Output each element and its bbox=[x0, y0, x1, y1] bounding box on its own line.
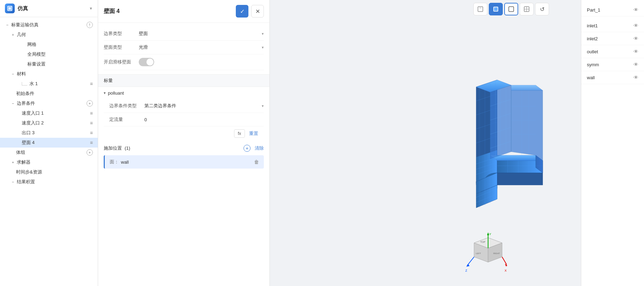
wall-type-row: 壁面类型 光滑 ▾ bbox=[104, 41, 264, 54]
label-inlet2: inlet2 bbox=[587, 36, 633, 41]
label-time-resource: 时间步&资源 bbox=[16, 169, 93, 175]
label-body-group: 体组 bbox=[16, 149, 87, 156]
menu-water1[interactable]: ≡ bbox=[90, 81, 93, 87]
sidebar-item-material[interactable]: − 材料 bbox=[0, 69, 98, 79]
right-item-inlet1: inlet1 👁 bbox=[581, 19, 644, 32]
polluant-header[interactable]: ▾ polluant bbox=[104, 87, 264, 99]
sidebar-header: 仿真 ▼ bbox=[0, 0, 98, 17]
panel-close-button[interactable]: ✕ bbox=[251, 5, 264, 18]
sidebar-item-result-settings[interactable]: − 结果积置 bbox=[0, 177, 98, 187]
toggle-solver[interactable]: + bbox=[11, 160, 15, 165]
svg-rect-4 bbox=[479, 7, 481, 9]
label-scalar-transport: 标量运输仿真 bbox=[11, 22, 87, 28]
svg-line-72 bbox=[502, 257, 507, 265]
sidebar-item-water1[interactable]: 水 1 ≡ bbox=[0, 79, 98, 89]
flux-row: 定流量 0 bbox=[104, 113, 264, 127]
toolbar-btn-solid[interactable] bbox=[489, 3, 503, 15]
sidebar-item-outlet3[interactable]: 出口 3 ≡ bbox=[0, 128, 98, 138]
flux-value: 0 bbox=[144, 117, 147, 122]
boundary-type-control[interactable]: 壁面 ▾ bbox=[139, 30, 264, 37]
toggle-scalar-transport[interactable]: − bbox=[5, 22, 10, 27]
sidebar-item-boundary-condition[interactable]: − 边界条件 + bbox=[0, 98, 98, 108]
sidebar: 仿真 ▼ − 标量运输仿真 ! + 几何 网格 全局模型 标量设置 bbox=[0, 0, 98, 286]
sidebar-item-geometry[interactable]: + 几何 bbox=[0, 30, 98, 40]
sidebar-item-velocity-inlet2[interactable]: 速度入口 2 ≡ bbox=[0, 118, 98, 128]
wall-type-chevron: ▾ bbox=[262, 45, 264, 50]
boundary-type-section: 边界类型 壁面 ▾ 壁面类型 光滑 ▾ 开启滑移壁面 bbox=[98, 23, 269, 74]
bc-type-control[interactable]: 第二类边界条件 ▾ bbox=[144, 103, 264, 109]
right-panel: Part_1 👁 inlet1 👁 inlet2 👁 outlet 👁 symm… bbox=[581, 0, 644, 286]
toolbar-btn-wire[interactable] bbox=[473, 3, 487, 15]
position-clear-button[interactable]: 清除 bbox=[255, 145, 264, 151]
wall-type-control[interactable]: 光滑 ▾ bbox=[139, 44, 264, 50]
menu-outlet3[interactable]: ≡ bbox=[90, 130, 93, 136]
svg-marker-70 bbox=[466, 264, 470, 267]
label-scalar-settings: 标量设置 bbox=[27, 61, 93, 67]
scalar-section-label: 标量 bbox=[98, 74, 269, 87]
sidebar-item-mesh[interactable]: 网格 bbox=[0, 40, 98, 49]
label-velocity-inlet1: 速度入口 1 bbox=[22, 110, 90, 116]
svg-text:Z: Z bbox=[465, 269, 467, 272]
svg-text:X: X bbox=[505, 269, 507, 272]
sidebar-item-solver[interactable]: + 求解器 bbox=[0, 157, 98, 167]
label-material: 材料 bbox=[17, 71, 93, 77]
right-item-inlet2: inlet2 👁 bbox=[581, 32, 644, 45]
visibility-inlet2[interactable]: 👁 bbox=[633, 36, 638, 41]
bc-type-chevron: ▾ bbox=[262, 104, 264, 108]
sidebar-item-scalar-transport[interactable]: − 标量运输仿真 ! bbox=[0, 20, 98, 30]
svg-text:TOP: TOP bbox=[480, 241, 486, 243]
boundary-type-row: 边界类型 壁面 ▾ bbox=[104, 27, 264, 41]
svg-text:LEFT: LEFT bbox=[476, 252, 481, 254]
toggle-boundary[interactable]: − bbox=[11, 101, 15, 106]
main-area: 壁面 4 ✓ ✕ 边界类型 壁面 ▾ 壁面类型 bbox=[98, 0, 644, 286]
viewport: ↺ bbox=[270, 0, 581, 286]
badge-scalar-transport: ! bbox=[87, 22, 93, 28]
panel: 壁面 4 ✓ ✕ 边界类型 壁面 ▾ 壁面类型 bbox=[98, 0, 270, 286]
toggle-geometry[interactable]: + bbox=[11, 32, 15, 37]
sidebar-item-velocity-inlet1[interactable]: 速度入口 1 ≡ bbox=[0, 108, 98, 118]
toolbar-btn-reset[interactable]: ↺ bbox=[535, 3, 549, 15]
slip-wall-label: 开启滑移壁面 bbox=[104, 59, 139, 65]
sidebar-item-initial-condition[interactable]: 初始条件 bbox=[0, 89, 98, 98]
toggle-result[interactable]: − bbox=[11, 179, 15, 184]
sidebar-item-time-resource[interactable]: 时间步&资源 bbox=[0, 167, 98, 177]
visibility-part1[interactable]: 👁 bbox=[633, 7, 638, 13]
label-outlet3: 出口 3 bbox=[22, 130, 90, 136]
menu-wall4[interactable]: ≡ bbox=[90, 140, 93, 145]
sidebar-item-global-model[interactable]: 全局模型 bbox=[0, 49, 98, 59]
label-inlet1: inlet1 bbox=[587, 23, 633, 28]
reset-button[interactable]: 重置 bbox=[249, 130, 258, 137]
label-solver: 求解器 bbox=[17, 159, 93, 165]
wall-type-value: 光滑 bbox=[139, 44, 148, 50]
position-add-button[interactable]: + bbox=[244, 145, 251, 152]
fx-button[interactable]: fx bbox=[234, 129, 245, 138]
position-header: 施加位置 (1) + 清除 bbox=[104, 145, 264, 152]
visibility-symm[interactable]: 👁 bbox=[633, 62, 638, 67]
svg-text:RIGHT: RIGHT bbox=[493, 252, 500, 254]
label-wall: wall bbox=[587, 75, 633, 80]
sidebar-item-wall4[interactable]: 壁面 4 ≡ bbox=[0, 138, 98, 148]
toolbar-btn-mesh[interactable] bbox=[520, 3, 534, 15]
menu-velocity-inlet2[interactable]: ≡ bbox=[90, 120, 93, 126]
3d-model bbox=[445, 73, 578, 213]
face-label: 面： bbox=[110, 159, 119, 165]
toggle-material[interactable]: − bbox=[11, 72, 15, 76]
label-part1: Part_1 bbox=[587, 7, 633, 13]
sidebar-collapse-arrow[interactable]: ▼ bbox=[89, 6, 93, 11]
panel-confirm-button[interactable]: ✓ bbox=[236, 5, 248, 18]
boundary-type-value: 壁面 bbox=[139, 30, 148, 37]
visibility-inlet1[interactable]: 👁 bbox=[633, 23, 638, 28]
visibility-outlet[interactable]: 👁 bbox=[633, 49, 638, 54]
sidebar-item-body-group[interactable]: 体组 + bbox=[0, 148, 98, 157]
visibility-wall[interactable]: 👁 bbox=[633, 75, 638, 80]
slip-wall-toggle[interactable] bbox=[139, 58, 154, 66]
sidebar-tree: − 标量运输仿真 ! + 几何 网格 全局模型 标量设置 − 材料 bbox=[0, 17, 98, 286]
sidebar-item-scalar-settings[interactable]: 标量设置 bbox=[0, 59, 98, 69]
position-delete-button[interactable]: 🗑 bbox=[254, 159, 259, 165]
menu-velocity-inlet1[interactable]: ≡ bbox=[90, 110, 93, 116]
polluant-section: ▾ polluant 边界条件类型 第二类边界条件 ▾ 定流量 0 bbox=[98, 87, 269, 141]
fx-row: fx 重置 bbox=[104, 127, 264, 141]
app-title: 仿真 bbox=[18, 5, 86, 12]
bc-type-value: 第二类边界条件 bbox=[144, 103, 176, 109]
toolbar-btn-outline[interactable] bbox=[504, 3, 518, 15]
